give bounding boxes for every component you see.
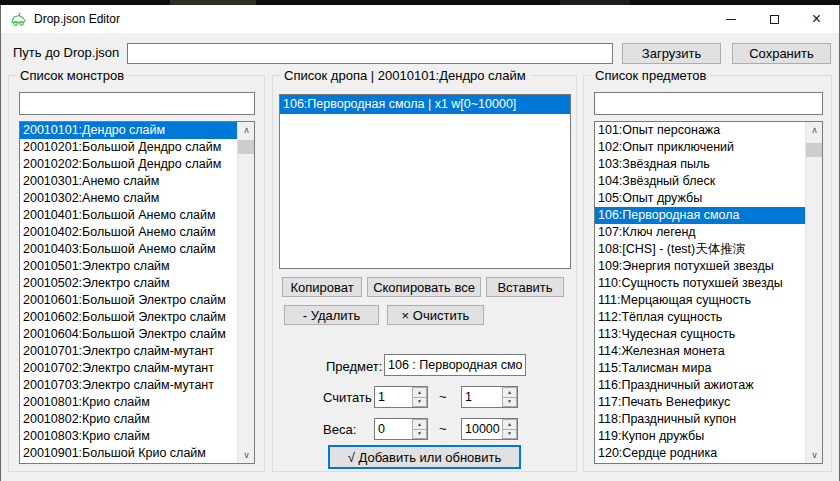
list-item[interactable]: 20010501:Электро слайм — [20, 258, 237, 275]
count-max-stepper[interactable]: 1 ▲ ▼ — [461, 386, 518, 408]
stepper-down-icon[interactable]: ▼ — [502, 398, 517, 408]
list-item[interactable]: 114:Железная монета — [595, 343, 805, 360]
stepper-down-icon[interactable]: ▼ — [412, 398, 427, 408]
scroll-down-icon[interactable]: ∨ — [806, 447, 823, 463]
list-item[interactable]: 106:Первородная смола | x1 w[0~10000] — [280, 95, 570, 114]
items-group-title: Список предметов — [591, 68, 710, 83]
scrollbar-thumb[interactable] — [238, 140, 255, 154]
list-item[interactable]: 107:Ключ легенд — [595, 224, 805, 241]
list-item[interactable]: 20010604:Большой Электро слайм — [20, 326, 237, 343]
items-scrollbar[interactable]: ∧ ∨ — [805, 122, 822, 463]
weight-max-stepper[interactable]: 10000 ▲ ▼ — [461, 418, 518, 440]
monsters-filter-input[interactable] — [19, 92, 255, 115]
scroll-up-icon[interactable]: ∧ — [238, 122, 255, 138]
close-button[interactable]: × — [794, 5, 839, 33]
save-button[interactable]: Сохранить — [732, 43, 831, 64]
count-min-value[interactable]: 1 — [375, 387, 412, 407]
list-item[interactable]: 20010803:Крио слайм — [20, 428, 237, 445]
list-item[interactable]: 103:Звёздная пыль — [595, 156, 805, 173]
list-item[interactable]: 118:Праздничный купон — [595, 411, 805, 428]
path-input[interactable] — [127, 43, 613, 64]
stepper-up-icon[interactable]: ▲ — [502, 419, 517, 430]
list-item[interactable]: 20010703:Электро слайм-мутант — [20, 377, 237, 394]
list-item[interactable]: 20010702:Электро слайм-мутант — [20, 360, 237, 377]
item-input[interactable] — [384, 354, 526, 376]
count-max-value[interactable]: 1 — [462, 387, 502, 407]
list-item[interactable]: 20010801:Крио слайм — [20, 394, 237, 411]
delete-button[interactable]: - Удалить — [284, 305, 379, 325]
list-item[interactable]: 20010301:Анемо слайм — [20, 173, 237, 190]
items-listbox: 101:Опыт персонажа102:Опыт приключений10… — [594, 121, 823, 464]
list-item[interactable]: 20010701:Электро слайм-мутант — [20, 343, 237, 360]
list-item[interactable]: 113:Чудесная сущность — [595, 326, 805, 343]
count-min-stepper[interactable]: 1 ▲ ▼ — [374, 386, 428, 408]
close-icon: × — [812, 11, 821, 27]
list-item[interactable]: 109:Энергия потухшей звезды — [595, 258, 805, 275]
load-button[interactable]: Загрузить — [622, 43, 721, 64]
list-item[interactable]: 20010302:Анемо слайм — [20, 190, 237, 207]
stepper-buttons: ▲ ▼ — [502, 387, 517, 407]
stepper-buttons: ▲ ▼ — [412, 387, 427, 407]
screen: Drop.json Editor × Путь до Drop.json Заг… — [0, 0, 840, 481]
list-item[interactable]: 110:Сущность потухшей звезды — [595, 275, 805, 292]
weight-min-value[interactable]: 0 — [375, 419, 412, 439]
list-item[interactable]: 120:Сердце родника — [595, 445, 805, 462]
weight-min-stepper[interactable]: 0 ▲ ▼ — [374, 418, 428, 440]
list-item[interactable]: 20010403:Большой Анемо слайм — [20, 241, 237, 258]
items-group: Список предметов 101:Опыт персонажа102:О… — [583, 75, 832, 472]
list-item[interactable]: 20010901:Большой Крио слайм — [20, 445, 237, 462]
list-item[interactable]: 101:Опыт персонажа — [595, 122, 805, 139]
item-label: Предмет: — [326, 359, 382, 375]
scroll-up-icon[interactable]: ∧ — [806, 122, 823, 138]
stepper-up-icon[interactable]: ▲ — [502, 387, 517, 398]
add-or-update-button[interactable]: √ Добавить или обновить — [328, 445, 521, 469]
list-item[interactable]: 20010202:Большой Дендро слайм — [20, 156, 237, 173]
copy-all-button[interactable]: Скопировать все — [367, 277, 481, 297]
clear-button[interactable]: × Очистить — [387, 305, 484, 325]
list-item[interactable]: 116:Праздничный ажиотаж — [595, 377, 805, 394]
weight-label: Веса: — [323, 422, 356, 438]
list-item[interactable]: 117:Печать Венефикус — [595, 394, 805, 411]
monsters-rows: 20010101:Дендро слайм20010201:Большой Де… — [20, 122, 237, 463]
paste-button[interactable]: Вставить — [486, 277, 564, 297]
stepper-down-icon[interactable]: ▼ — [412, 430, 427, 440]
items-filter-input[interactable] — [594, 92, 823, 115]
monsters-group-title: Список монстров — [16, 68, 128, 83]
list-item[interactable]: 20010201:Большой Дендро слайм — [20, 139, 237, 156]
list-item[interactable]: 104:Звёздный блеск — [595, 173, 805, 190]
minimize-button[interactable] — [708, 5, 753, 33]
list-item[interactable]: 119:Купон дружбы — [595, 428, 805, 445]
list-item[interactable]: 112:Тёплая сущность — [595, 309, 805, 326]
monsters-listbox: 20010101:Дендро слайм20010201:Большой Де… — [19, 121, 255, 464]
list-item[interactable]: 111:Мерцающая сущность — [595, 292, 805, 309]
list-item[interactable]: 20010402:Большой Анемо слайм — [20, 224, 237, 241]
minimize-icon — [726, 19, 736, 20]
list-item[interactable]: 20010101:Дендро слайм — [20, 122, 237, 139]
list-item[interactable]: 106:Первородная смола — [595, 207, 805, 224]
list-item[interactable]: 108:[CHS] - (test)天体推演 — [595, 241, 805, 258]
scrollbar-thumb[interactable] — [806, 143, 823, 157]
list-item[interactable]: 102:Опыт приключений — [595, 139, 805, 156]
stepper-up-icon[interactable]: ▲ — [412, 387, 427, 398]
stepper-up-icon[interactable]: ▲ — [412, 419, 427, 430]
monsters-scrollbar[interactable]: ∧ ∨ — [237, 122, 254, 463]
list-item[interactable]: 20010602:Большой Электро слайм — [20, 309, 237, 326]
list-item[interactable]: 20010802:Крио слайм — [20, 411, 237, 428]
maximize-button[interactable] — [752, 5, 797, 33]
drops-group: Список дропа | 20010101:Дендро слайм 106… — [272, 75, 577, 472]
stepper-down-icon[interactable]: ▼ — [502, 430, 517, 440]
list-item[interactable]: 20010502:Электро слайм — [20, 275, 237, 292]
stepper-buttons: ▲ ▼ — [412, 419, 427, 439]
drops-group-title: Список дропа | 20010101:Дендро слайм — [280, 68, 530, 83]
list-item[interactable]: 20010601:Большой Электро слайм — [20, 292, 237, 309]
titlebar: Drop.json Editor × — [1, 5, 839, 33]
list-item[interactable]: 115:Талисман мира — [595, 360, 805, 377]
copy-button[interactable]: Копироват — [282, 277, 362, 297]
window-title: Drop.json Editor — [34, 5, 120, 33]
list-item[interactable]: 20010401:Большой Анемо слайм — [20, 207, 237, 224]
weight-max-value[interactable]: 10000 — [462, 419, 502, 439]
monsters-group: Список монстров 20010101:Дендро слайм200… — [8, 75, 265, 472]
scroll-down-icon[interactable]: ∨ — [238, 447, 255, 463]
list-item[interactable]: 105:Опыт дружбы — [595, 190, 805, 207]
items-rows: 101:Опыт персонажа102:Опыт приключений10… — [595, 122, 805, 463]
